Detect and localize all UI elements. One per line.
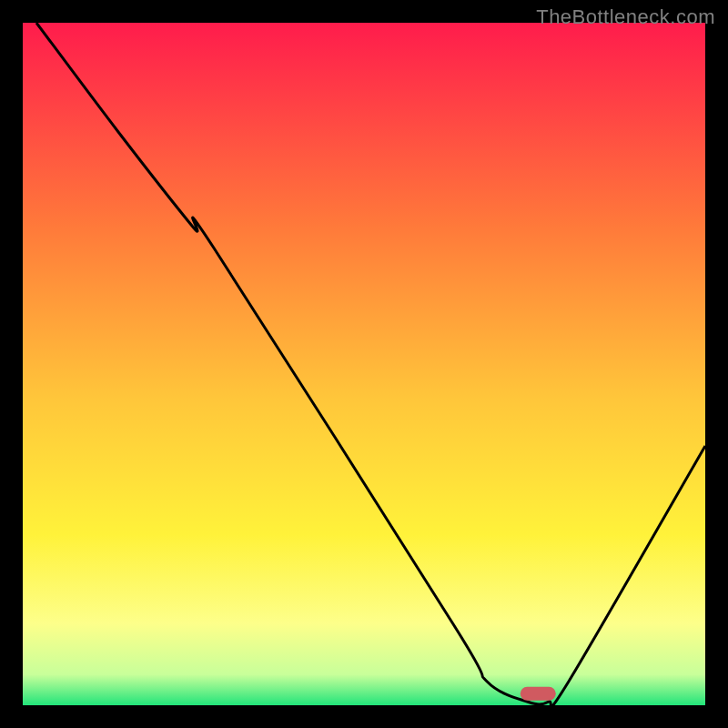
chart-container: TheBottleneck.com	[0, 0, 728, 728]
watermark-label: TheBottleneck.com	[536, 5, 715, 29]
chart-svg	[0, 0, 728, 728]
chart-background	[23, 23, 705, 705]
optimum-marker	[521, 687, 556, 701]
